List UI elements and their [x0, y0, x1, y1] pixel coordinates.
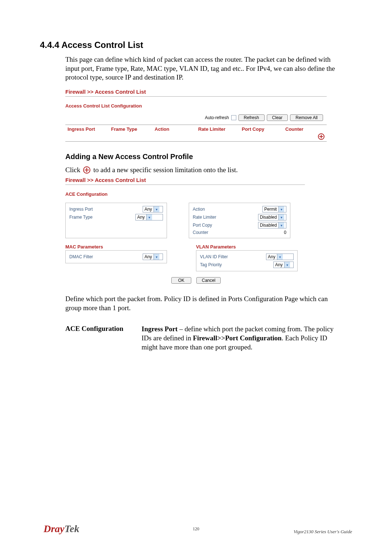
- paragraph-2: Define which port the packet from. Polic…: [65, 295, 345, 312]
- acl-header-row: Ingress Port Frame Type Action Rate Limi…: [65, 125, 327, 133]
- chevron-down-icon: ▾: [278, 206, 284, 212]
- port-copy-select[interactable]: Disabled ▾: [258, 222, 286, 228]
- ingress-port-label: Ingress Port: [69, 207, 93, 212]
- click-text-after: to add a new specific session limitation…: [93, 166, 238, 174]
- tag-priority-label: Tag Priority: [200, 262, 222, 267]
- draytek-logo: DrayTek: [44, 523, 79, 535]
- chevron-down-icon: ▾: [146, 214, 152, 220]
- ace-left-box: Ingress Port Any ▾ Frame Type Any ▾: [65, 203, 167, 238]
- chevron-down-icon: ▾: [278, 222, 284, 228]
- col-ingress-port: Ingress Port: [68, 126, 111, 132]
- plus-icon: [83, 166, 90, 174]
- col-rate-limiter: Rate Limiter: [198, 126, 242, 132]
- remove-all-button[interactable]: Remove All: [290, 114, 323, 121]
- page-footer: DrayTek Vigor2130 Series User's Guide: [44, 523, 352, 535]
- rate-limiter-label: Rate Limiter: [193, 215, 216, 220]
- vlan-id-filter-select[interactable]: Any ▾: [266, 254, 294, 260]
- clear-button[interactable]: Clear: [267, 114, 288, 121]
- vlan-id-filter-value: Any: [268, 254, 275, 259]
- acl-config-title: Access Control List Configuration: [65, 103, 352, 109]
- definition-lead: Ingress Port: [142, 325, 177, 333]
- frame-type-label: Frame Type: [69, 215, 93, 220]
- action-value: Permit: [264, 207, 277, 212]
- logo-tek: Tek: [65, 523, 79, 534]
- intro-paragraph: This page can define which kind of packe…: [65, 55, 345, 82]
- click-instruction: Click to add a new specific session limi…: [65, 166, 352, 174]
- col-action: Action: [155, 126, 198, 132]
- cancel-button[interactable]: Cancel: [196, 277, 221, 284]
- chevron-down-icon: ▾: [154, 206, 159, 212]
- breadcrumb: Firewall >> Access Control List: [65, 89, 327, 97]
- chevron-down-icon: ▾: [277, 254, 283, 260]
- sub-section-title: Adding a New Access Control Profile: [65, 153, 352, 161]
- tag-priority-value: Any: [275, 262, 283, 267]
- frame-type-select[interactable]: Any ▾: [135, 214, 163, 220]
- toolbar: Auto-refresh Refresh Clear Remove All: [65, 114, 323, 121]
- guide-name: Vigor2130 Series User's Guide: [294, 529, 352, 535]
- definition-body: Ingress Port – define which port the pac…: [142, 325, 345, 352]
- action-select[interactable]: Permit ▾: [262, 206, 286, 212]
- add-row-plus-icon[interactable]: [318, 133, 324, 140]
- breadcrumb: Firewall >> Access Control List: [65, 177, 305, 185]
- vlan-box: VLAN ID Filter Any ▾ Tag Priority Any ▾: [196, 250, 298, 271]
- counter-label: Counter: [193, 230, 208, 235]
- chevron-down-icon: ▾: [154, 254, 159, 260]
- acl-list-screenshot: Firewall >> Access Control List Access C…: [65, 89, 352, 142]
- counter-value: 0: [284, 230, 286, 235]
- section-title-text: Access Control List: [61, 40, 143, 50]
- definition-term: ACE Configuration: [65, 325, 142, 352]
- chevron-down-icon: ▾: [278, 214, 284, 220]
- action-label: Action: [193, 207, 205, 212]
- auto-refresh-label: Auto-refresh: [205, 115, 229, 120]
- chevron-down-icon: ▾: [284, 262, 290, 268]
- definition-row: ACE Configuration Ingress Port – define …: [65, 325, 345, 352]
- dmac-filter-value: Any: [144, 254, 152, 259]
- mac-box: DMAC Filter Any ▾: [65, 250, 167, 263]
- frame-type-value: Any: [137, 215, 145, 220]
- ace-right-box: Action Permit ▾ Rate Limiter Disabled ▾ …: [189, 203, 290, 238]
- port-copy-value: Disabled: [260, 223, 277, 228]
- ingress-port-select[interactable]: Any ▾: [143, 206, 163, 212]
- definition-bold: Firewall>>Port Configuration: [193, 334, 282, 342]
- acl-table: Ingress Port Frame Type Action Rate Limi…: [65, 125, 327, 142]
- rate-limiter-select[interactable]: Disabled ▾: [258, 214, 286, 220]
- refresh-button[interactable]: Refresh: [238, 114, 265, 121]
- dmac-filter-label: DMAC Filter: [69, 254, 93, 259]
- ok-button[interactable]: OK: [171, 277, 191, 284]
- section-number: 4.4.4: [40, 40, 59, 50]
- auto-refresh-checkbox[interactable]: [231, 115, 236, 120]
- vlan-parameters-title: VLAN Parameters: [196, 244, 298, 250]
- section-title: 4.4.4 Access Control List: [40, 40, 352, 50]
- dmac-filter-select[interactable]: Any ▾: [143, 254, 163, 260]
- port-copy-label: Port Copy: [193, 223, 212, 228]
- tag-priority-select[interactable]: Any ▾: [273, 262, 294, 268]
- ace-config-screenshot: Firewall >> Access Control List ACE Conf…: [65, 177, 352, 284]
- logo-dray: Dray: [44, 523, 65, 534]
- col-port-copy: Port Copy: [242, 126, 285, 132]
- mac-parameters-title: MAC Parameters: [65, 244, 167, 250]
- ace-config-title: ACE Configuration: [65, 191, 352, 197]
- col-frame-type: Frame Type: [111, 126, 155, 132]
- rate-limiter-value: Disabled: [260, 215, 277, 220]
- click-text-before: Click: [65, 166, 80, 174]
- vlan-id-filter-label: VLAN ID Filter: [200, 254, 228, 259]
- col-counter: Counter: [285, 126, 324, 132]
- ingress-port-value: Any: [144, 207, 152, 212]
